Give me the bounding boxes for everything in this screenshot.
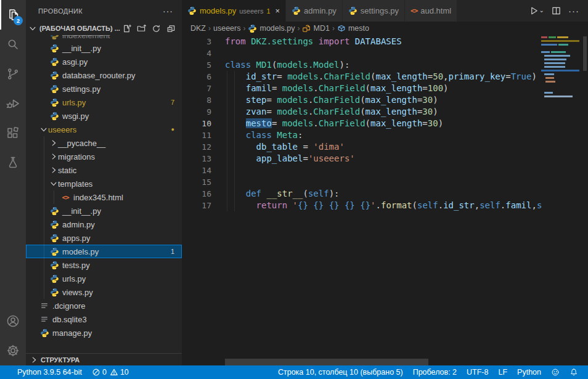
tree-item-init-py[interactable]: __init__.py: [26, 204, 182, 218]
account-icon: [6, 314, 20, 328]
tree-item-urls-py[interactable]: urls.py7: [26, 96, 182, 109]
warning-count: 10: [120, 368, 129, 377]
tab-models-py[interactable]: models.py useeers 1 ×: [182, 0, 286, 22]
minimap[interactable]: [541, 35, 579, 104]
collapse-all-icon[interactable]: [166, 24, 176, 33]
language-mode-status[interactable]: Python: [512, 368, 546, 377]
tree-item-urls-py[interactable]: urls.py: [26, 272, 182, 285]
tree-item-database-roouter-py[interactable]: database_roouter.py: [26, 68, 182, 82]
tree-item-templates[interactable]: templates: [26, 177, 182, 190]
editor-more-actions-button[interactable]: ···: [568, 6, 579, 16]
code-line-6[interactable]: 6 id_str= models.CharField(max_length=50…: [182, 71, 588, 83]
search-activity-button[interactable]: [0, 30, 26, 59]
explorer-activity-button[interactable]: 2: [0, 0, 26, 30]
line-number: 11: [182, 129, 225, 141]
tree-item-admin-py[interactable]: admin.py: [26, 218, 182, 231]
chevron-down-icon: [28, 24, 37, 33]
indentation-status[interactable]: Пробелов: 2: [408, 368, 462, 377]
workspace-section-header[interactable]: (РАБОЧАЯ ОБЛАСТЬ) ...: [26, 22, 182, 35]
code-line-15[interactable]: 15: [182, 176, 588, 188]
tree-item-asgi-py[interactable]: asgi.py: [26, 55, 182, 68]
tree-item-useeers[interactable]: useeers●: [26, 123, 182, 136]
run-icon: [529, 6, 539, 15]
split-editor-icon: [552, 6, 561, 15]
tree-item-dcignore[interactable]: .dcignore: [26, 299, 182, 312]
settings-gear-button[interactable]: [0, 336, 26, 365]
code-line-5[interactable]: 5class MD1(models.Model):: [182, 59, 588, 71]
extensions-activity-button[interactable]: [0, 118, 26, 148]
tab-aud-html[interactable]: <> aud.html: [405, 0, 457, 22]
tree-item-indexelement[interactable]: indexelement: [26, 35, 182, 41]
feedback-button[interactable]: [546, 368, 565, 377]
eol-status[interactable]: LF: [493, 368, 512, 377]
python-interpreter-status[interactable]: Python 3.9.5 64-bit: [12, 368, 87, 377]
code-line-8[interactable]: 8 step= models.CharField(max_length=30): [182, 94, 588, 106]
breadcrumb-separator: ›: [297, 24, 300, 33]
breadcrumb-field[interactable]: mesto: [337, 24, 369, 33]
code-line-7[interactable]: 7 famil= models.CharField(max_length=100…: [182, 83, 588, 94]
tree-item-apps-py[interactable]: apps.py: [26, 231, 182, 245]
cursor-position-status[interactable]: Строка 10, столбец 10 (выбрано 5): [273, 368, 408, 377]
tree-item-static[interactable]: static: [26, 163, 182, 177]
code-line-12[interactable]: 12 db_table = 'dima': [182, 141, 588, 153]
tree-item-settings-py[interactable]: settings.py: [26, 82, 182, 96]
line-text: def __str__(self):: [225, 188, 339, 200]
notifications-bell-button[interactable]: [565, 368, 583, 377]
code-line-10[interactable]: 10 mesto= models.CharField(max_length=30…: [182, 118, 588, 129]
tree-item-models-py[interactable]: models.py1: [26, 245, 182, 258]
tree-item-views-py[interactable]: views.py: [26, 285, 182, 299]
tree-item-index345-html[interactable]: <>index345.html: [26, 190, 182, 204]
file-icon: [39, 315, 49, 324]
source-control-activity-button[interactable]: [0, 59, 26, 89]
sidebar-more-actions-button[interactable]: ···: [163, 6, 173, 16]
tree-item-db-sqlite3[interactable]: db.sqlite3: [26, 312, 182, 326]
tree-item-wsgi-py[interactable]: wsgi.py: [26, 109, 182, 123]
breadcrumb-separator: ›: [243, 24, 245, 33]
breadcrumb-class[interactable]: MD1: [302, 24, 329, 33]
breadcrumb-project[interactable]: DKZ: [190, 24, 206, 33]
breadcrumb-folder[interactable]: useeers: [213, 24, 240, 33]
code-line-3[interactable]: 3from DKZ.settings import DATABASES: [182, 36, 588, 47]
new-folder-icon[interactable]: [137, 24, 146, 33]
line-text: class MD1(models.Model):: [225, 59, 349, 71]
tree-item-pycache[interactable]: __pycache__: [26, 136, 182, 150]
problems-status[interactable]: 0 10: [87, 368, 134, 377]
account-button[interactable]: [0, 306, 26, 336]
python-icon: [49, 98, 59, 107]
breadcrumb: DKZ › useeers › models.py › MD1 › mesto: [182, 22, 588, 35]
chevron-down-icon: [49, 179, 58, 188]
tree-item-manage-py[interactable]: manage.py: [26, 326, 182, 340]
tab-admin-py[interactable]: admin.py: [286, 0, 343, 22]
outline-section-header[interactable]: СТРУКТУРА: [26, 353, 182, 365]
explorer-badge: 2: [14, 16, 23, 25]
horizontal-scrollbar[interactable]: [225, 359, 428, 365]
tree-item-label: templates: [58, 179, 92, 189]
code-line-16[interactable]: 16 def __str__(self):: [182, 188, 588, 200]
run-debug-activity-button[interactable]: [0, 89, 26, 118]
close-icon[interactable]: ×: [276, 6, 280, 15]
new-file-icon[interactable]: [122, 24, 131, 33]
code-line-11[interactable]: 11 class Meta:: [182, 129, 588, 141]
tree-item-label: admin.py: [62, 220, 95, 229]
tree-indent-guide: [44, 136, 44, 299]
split-editor-button[interactable]: [552, 6, 561, 15]
minimap-line: [551, 51, 566, 53]
code-line-4[interactable]: 4: [182, 47, 588, 59]
refresh-icon[interactable]: [152, 24, 161, 33]
code-editor[interactable]: 3from DKZ.settings import DATABASES45cla…: [182, 35, 588, 365]
minimap-line: [544, 59, 566, 60]
testing-activity-button[interactable]: [0, 148, 26, 177]
code-line-14[interactable]: 14: [182, 165, 588, 176]
code-line-17[interactable]: 17 return '{} {} {} {} {}'.format(self.i…: [182, 200, 588, 211]
tree-item-init-py[interactable]: __init__.py: [26, 41, 182, 55]
vertical-scrollbar[interactable]: [583, 36, 587, 71]
tree-item-label: urls.py: [62, 274, 86, 283]
run-file-button[interactable]: ⌄: [529, 6, 544, 15]
tab-settings-py[interactable]: settings.py: [343, 0, 405, 22]
tree-item-tests-py[interactable]: tests.py: [26, 258, 182, 272]
code-line-13[interactable]: 13 app_label='useeers': [182, 153, 588, 165]
code-line-9[interactable]: 9 zvan= models.CharField(max_length=30): [182, 106, 588, 118]
tree-item-migrations[interactable]: migrations: [26, 150, 182, 163]
breadcrumb-file[interactable]: models.py: [248, 24, 295, 33]
encoding-status[interactable]: UTF-8: [462, 368, 493, 377]
